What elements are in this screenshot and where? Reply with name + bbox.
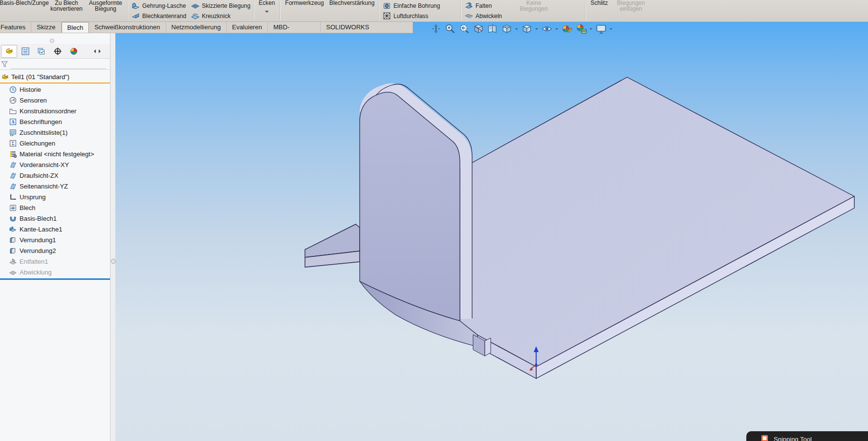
tree-item-blech[interactable]: Blech xyxy=(0,202,110,213)
cutlist-icon xyxy=(9,129,17,136)
tab-evaluieren[interactable]: Evaluieren xyxy=(227,22,268,33)
tree-item-zuschnittsliste-1-[interactable]: Zuschnittsliste(1) xyxy=(0,127,110,138)
overlay-app-title: Snipping Tool xyxy=(774,436,812,441)
tree-item-verrundung2[interactable]: Verrundung2 xyxy=(0,245,110,256)
ribbon-button-basis-blech-zunge[interactable]: Basis-Blech/Zunge xyxy=(1,0,47,21)
tab-schweißkonstruktionen[interactable]: Schweißkonstruktionen xyxy=(89,22,166,33)
propertymanager-tab-icon[interactable] xyxy=(17,45,33,58)
display-style-icon[interactable] xyxy=(521,23,533,35)
tree-item-abwicklung[interactable]: Abwicklung xyxy=(0,267,110,277)
ribbon-button-luftdurchlass[interactable]: Luftdurchlass xyxy=(381,11,459,21)
tree-item-vorderansicht-xy[interactable]: Vorderansicht-XY xyxy=(0,159,110,170)
tree-item-verrundung1[interactable]: Verrundung1 xyxy=(0,234,110,245)
tab-skizze[interactable]: Skizze xyxy=(31,22,61,33)
tab-netzmodellierung[interactable]: Netzmodellierung xyxy=(166,22,227,33)
ribbon-group-separator xyxy=(280,1,281,21)
previous-view-icon[interactable] xyxy=(458,23,470,35)
tab-features[interactable]: Features xyxy=(0,22,31,33)
ribbon-button-schlitz[interactable]: Schlitz xyxy=(587,0,611,21)
ribbon-button-formwerkzeug[interactable]: Formwerkzeug xyxy=(282,0,327,21)
tab-label: Netzmodellierung xyxy=(172,23,221,31)
ribbon-button-biegungen-einf-gen: Biegungeneinfügen xyxy=(611,0,651,21)
edit-appearance-icon[interactable] xyxy=(561,23,573,35)
ribbon-button-column: FaltenAbwickeln xyxy=(463,0,512,21)
headsup-view-toolbar xyxy=(430,22,613,35)
ribbon-button-skizzierte-biegung[interactable]: Skizzierte Biegung xyxy=(189,0,252,11)
featuremanager-tab-icon[interactable] xyxy=(1,45,17,58)
tree-item-basis-blech1[interactable]: Basis-Blech1 xyxy=(0,213,110,224)
panel-tab-scroll-right[interactable] xyxy=(97,46,104,57)
ribbon-button-label: Abwickeln xyxy=(476,13,502,20)
ribbon-button-blechverst-rkung[interactable]: Blechverstärkung xyxy=(327,0,377,21)
sheet-metal-part[interactable] xyxy=(0,22,868,441)
view-orientation-icon[interactable] xyxy=(501,23,513,35)
tree-item-gleichungen[interactable]: ΣGleichungen xyxy=(0,138,110,148)
view-settings-icon-dropdown-caret[interactable] xyxy=(609,28,612,31)
tree-item-ursprung[interactable]: Ursprung xyxy=(0,191,110,202)
sheetmetal-folder-icon xyxy=(9,204,17,211)
zoom-to-fit-icon[interactable] xyxy=(430,23,442,35)
tree-filter-input[interactable] xyxy=(10,60,106,69)
annotations-icon: A xyxy=(9,118,17,126)
tree-item-kante-lasche1[interactable]: Kante-Lasche1 xyxy=(0,224,110,234)
tab-label: MBD-Dimensionen xyxy=(273,23,310,33)
edge-flange-icon xyxy=(131,12,140,20)
zoom-to-area-icon[interactable] xyxy=(444,23,456,35)
dimxpertmanager-tab-icon[interactable] xyxy=(49,45,65,58)
configurationmanager-tab-icon[interactable] xyxy=(33,45,49,58)
tree-item-label: Kante-Lasche1 xyxy=(20,226,62,233)
sensors-icon xyxy=(9,97,17,104)
part-plate-top-face[interactable] xyxy=(460,77,854,367)
tree-root-item[interactable]: Teil1 (01 "Standard") xyxy=(0,71,110,83)
tree-item-entfalten1[interactable]: Entfalten1 xyxy=(0,256,110,267)
ribbon-button-label: Luftdurchlass xyxy=(393,13,428,20)
hide-show-items-icon[interactable] xyxy=(541,23,553,35)
tab-mbd-dimensionen[interactable]: MBD-Dimensionen xyxy=(268,22,321,33)
ribbon-button-gehrung-lasche[interactable]: Gehrung-Lasche xyxy=(130,0,189,11)
view-settings-icon[interactable] xyxy=(595,23,607,35)
ribbon-button-ausgeformte-biegung[interactable]: AusgeformteBiegung xyxy=(86,0,126,21)
tree-item-sensoren[interactable]: Sensoren xyxy=(0,95,110,105)
dropdown-caret-icon[interactable] xyxy=(265,11,269,15)
ribbon-button-kreuzknick[interactable]: Kreuzknick xyxy=(189,11,252,21)
panel-resize-handle[interactable] xyxy=(50,39,54,43)
apply-scene-icon[interactable] xyxy=(575,23,587,35)
overlay-app-window[interactable]: Snipping Tool xyxy=(746,431,868,441)
part-icon xyxy=(1,73,9,81)
ribbon-group-separator xyxy=(460,1,461,21)
tree-item-material-nicht-festgelegt-[interactable]: Material <nicht festgelegt> xyxy=(0,148,110,159)
miter-flange-icon xyxy=(131,1,140,10)
displaymanager-tab-icon[interactable] xyxy=(65,45,82,58)
tree-item-konstruktionsordner[interactable]: Konstruktionsordner xyxy=(0,105,110,116)
tab-label: Schweißkonstruktionen xyxy=(94,23,160,31)
ribbon-button-einfache-bohrung[interactable]: Einfache Bohrung xyxy=(381,0,459,11)
hide-show-items-icon-dropdown-caret[interactable] xyxy=(555,28,558,31)
ribbon-button-zu-blech-konvertieren[interactable]: Zu Blechkonvertieren xyxy=(47,0,86,21)
edge-flange-tree-icon xyxy=(9,226,17,233)
ribbon-button-column: Gehrung-LascheBlechkantenrand xyxy=(130,0,189,21)
tree-item-seitenansicht-yz[interactable]: Seitenansicht-YZ xyxy=(0,181,110,191)
panel-splitter[interactable] xyxy=(110,33,115,441)
tree-item-draufsicht-zx[interactable]: Draufsicht-ZX xyxy=(0,170,110,181)
tree-item-label: Historie xyxy=(20,86,41,93)
tab-blech[interactable]: Blech xyxy=(62,22,89,33)
tab-solidworks-zusatzanwendungen[interactable]: SOLIDWORKS Zusatzanwendungen xyxy=(321,22,413,33)
ribbon-button-falten[interactable]: Falten xyxy=(463,0,512,11)
ribbon-button-blechkantenrand[interactable]: Blechkantenrand xyxy=(130,11,189,21)
rollback-bar[interactable] xyxy=(0,278,110,280)
3d-drawing-view-icon[interactable] xyxy=(487,23,499,35)
part-notch-right-face[interactable] xyxy=(485,338,491,356)
section-view-icon[interactable] xyxy=(473,23,484,35)
graphics-viewport[interactable] xyxy=(0,22,868,441)
display-style-icon-dropdown-caret[interactable] xyxy=(535,28,538,31)
ribbon-button-label: Falten xyxy=(476,2,492,9)
panel-tab-scroll-left[interactable] xyxy=(90,46,97,57)
apply-scene-icon-dropdown-caret[interactable] xyxy=(589,28,592,31)
tree-item-historie[interactable]: Historie xyxy=(0,84,110,95)
ribbon-button-abwickeln[interactable]: Abwickeln xyxy=(463,11,512,21)
tree-item-beschriftungen[interactable]: ABeschriftungen xyxy=(0,116,110,127)
panel-collapse-handle[interactable] xyxy=(111,259,116,264)
tree-item-label: Sensoren xyxy=(20,97,47,104)
ribbon-button-ecken[interactable]: Ecken xyxy=(256,0,278,21)
view-orientation-icon-dropdown-caret[interactable] xyxy=(515,28,518,31)
